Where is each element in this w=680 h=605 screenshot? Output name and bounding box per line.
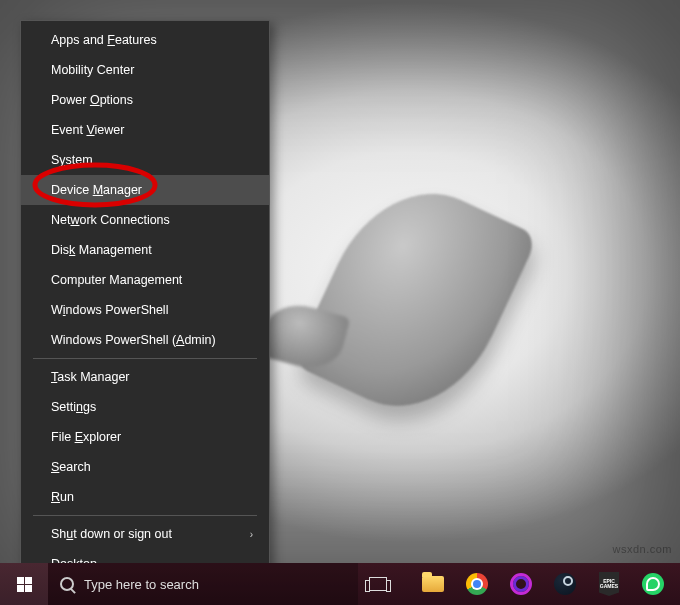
winx-item[interactable]: Search <box>21 452 269 482</box>
winx-item-label: Windows PowerShell <box>51 303 168 317</box>
winx-item[interactable]: Disk Management <box>21 235 269 265</box>
winx-item-label: Apps and Features <box>51 33 157 47</box>
taskbar-icon-whatsapp[interactable] <box>632 563 674 605</box>
winx-item-label: File Explorer <box>51 430 121 444</box>
winx-item[interactable]: Windows PowerShell <box>21 295 269 325</box>
winx-item[interactable]: Apps and Features <box>21 25 269 55</box>
winx-item-label: Shut down or sign out <box>51 527 172 541</box>
winx-item[interactable]: Windows PowerShell (Admin) <box>21 325 269 355</box>
winx-item-label: Search <box>51 460 91 474</box>
winx-item[interactable]: File Explorer <box>21 422 269 452</box>
chrome-icon <box>466 573 488 595</box>
taskbar-icon-chrome[interactable] <box>456 563 498 605</box>
taskbar-search[interactable]: Type here to search <box>48 563 358 605</box>
winx-item-label: Disk Management <box>51 243 152 257</box>
taskbar-pinned-apps: EPIC GAMES <box>412 563 680 605</box>
winx-item[interactable]: Device Manager <box>21 175 269 205</box>
winx-item-label: Event Viewer <box>51 123 124 137</box>
winx-item[interactable]: Network Connections <box>21 205 269 235</box>
winx-item[interactable]: Mobility Center <box>21 55 269 85</box>
winx-item[interactable]: Power Options <box>21 85 269 115</box>
folder-icon <box>422 576 444 592</box>
winx-item-label: Power Options <box>51 93 133 107</box>
winx-item-label: Windows PowerShell (Admin) <box>51 333 216 347</box>
winx-context-menu: Apps and FeaturesMobility CenterPower Op… <box>20 20 270 586</box>
steam-icon <box>554 573 576 595</box>
windows-logo-icon <box>17 577 32 592</box>
winx-item-label: Settings <box>51 400 96 414</box>
opera-icon <box>510 573 532 595</box>
menu-separator <box>33 358 257 359</box>
taskbar-icon-filemanager[interactable] <box>412 563 454 605</box>
winx-item-label: Run <box>51 490 74 504</box>
winx-item[interactable]: Settings <box>21 392 269 422</box>
winx-item-label: Computer Management <box>51 273 182 287</box>
winx-item-label: Network Connections <box>51 213 170 227</box>
winx-item[interactable]: Run <box>21 482 269 512</box>
epic-icon: EPIC GAMES <box>599 572 619 596</box>
winx-item[interactable]: Computer Management <box>21 265 269 295</box>
task-view-button[interactable] <box>358 563 398 605</box>
winx-item-label: Mobility Center <box>51 63 134 77</box>
whatsapp-icon <box>642 573 664 595</box>
winx-item[interactable]: Event Viewer <box>21 115 269 145</box>
winx-item[interactable]: System <box>21 145 269 175</box>
taskbar-icon-steam[interactable] <box>544 563 586 605</box>
taskbar-icon-epic[interactable]: EPIC GAMES <box>588 563 630 605</box>
taskbar: Type here to search EPIC GAMES <box>0 563 680 605</box>
watermark-text: wsxdn.com <box>612 543 672 555</box>
search-placeholder: Type here to search <box>84 577 199 592</box>
winx-item-label: Device Manager <box>51 183 142 197</box>
winx-item-label: Task Manager <box>51 370 130 384</box>
winx-item-label: System <box>51 153 93 167</box>
menu-separator <box>33 515 257 516</box>
task-view-icon <box>369 577 387 591</box>
search-icon <box>60 577 74 591</box>
winx-item[interactable]: Shut down or sign out› <box>21 519 269 549</box>
taskbar-icon-opera[interactable] <box>500 563 542 605</box>
start-button[interactable] <box>0 563 48 605</box>
winx-item[interactable]: Task Manager <box>21 362 269 392</box>
chevron-right-icon: › <box>250 529 253 540</box>
